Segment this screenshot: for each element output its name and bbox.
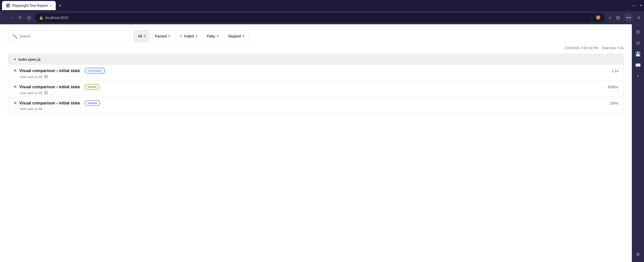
browser-badge-firefox: firefox xyxy=(85,84,100,90)
filter-failed-button[interactable]: ✕ Failed 3 xyxy=(176,31,202,42)
sidebar-icon-settings[interactable]: ⚙ xyxy=(633,250,642,259)
search-input[interactable] xyxy=(20,34,125,38)
filter-failed-label: Failed xyxy=(184,34,194,38)
sidebar-icon-save[interactable]: 💾 xyxy=(633,50,642,59)
nav-right-controls: ☆ ⊟ 👓 ≡ xyxy=(608,13,640,22)
content-area: 🔍 All 3 Passed 0 ✕ Failed 3 xyxy=(0,24,644,262)
new-tab-button[interactable]: + xyxy=(57,3,64,9)
test-meta: todo.spec.js:48 🖼 xyxy=(13,75,618,79)
sidebar-icon-window[interactable]: ⊞ xyxy=(633,27,642,36)
menu-icon[interactable]: ≡ xyxy=(637,15,640,20)
run-date: 1/26/2024, 3:26:10 PM xyxy=(565,46,598,50)
secure-icon: 🔒 xyxy=(39,16,43,20)
suite-header[interactable]: ▼ todo.spec.js xyxy=(8,54,623,64)
test-row-main: ✕ Visual comparison › initial state webk… xyxy=(13,100,618,106)
filter-flaky-button[interactable]: Flaky 0 xyxy=(203,31,223,42)
test-file: todo.spec.js:48 xyxy=(20,107,42,111)
sidebar-icon-tab[interactable]: ⊟ xyxy=(633,38,642,48)
browser-window: 🎭 Playwright Test Report × + — × ‹ › ↻ ⊟… xyxy=(0,0,644,262)
tab-close-button[interactable]: × xyxy=(50,4,52,8)
tab-bar: 🎭 Playwright Test Report × + — × xyxy=(0,0,644,11)
test-fail-icon: ✕ xyxy=(13,68,17,73)
test-row[interactable]: ✕ Visual comparison › initial state fire… xyxy=(8,81,623,97)
filter-passed-count: 0 xyxy=(168,34,170,38)
search-icon: 🔍 xyxy=(12,34,17,39)
filter-skipped-count: 0 xyxy=(242,34,244,38)
close-window-icon[interactable]: × xyxy=(640,3,642,8)
image-icon: 🖼 xyxy=(44,91,48,95)
meta-info: 1/26/2024, 3:26:10 PM Total time: 5.5s xyxy=(8,46,624,50)
star-icon[interactable]: ☆ xyxy=(608,15,612,20)
test-meta: todo.spec.js:48 🖼 xyxy=(13,91,618,95)
failed-x-icon: ✕ xyxy=(180,34,183,38)
nav-bar: ‹ › ↻ ⊟ 🔒 localhost:9323 | 🦁 ☆ ⊟ 👓 ≡ xyxy=(0,11,644,24)
filter-skipped-label: Skipped xyxy=(228,34,241,38)
sidebar-toggle-icon[interactable]: ⊟ xyxy=(616,15,620,20)
filter-flaky-label: Flaky xyxy=(207,34,215,38)
test-duration: 23ms xyxy=(610,101,618,105)
test-title: Visual comparison › initial state xyxy=(19,69,80,73)
page-content: 🔍 All 3 Passed 0 ✕ Failed 3 xyxy=(0,24,632,262)
filter-failed-count: 3 xyxy=(195,34,197,38)
test-duration: 926ms xyxy=(608,85,618,89)
test-row[interactable]: ✕ Visual comparison › initial state chro… xyxy=(8,64,623,81)
tab-controls: — × xyxy=(632,3,642,8)
filter-all-count: 3 xyxy=(144,34,146,38)
test-title: Visual comparison › initial state xyxy=(19,101,80,105)
filter-skipped-button[interactable]: Skipped 0 xyxy=(224,31,248,42)
tab-favicon: 🎭 xyxy=(6,4,10,8)
filter-passed-button[interactable]: Passed 0 xyxy=(151,31,175,42)
test-row-main: ✕ Visual comparison › initial state fire… xyxy=(13,84,618,90)
test-row-main: ✕ Visual comparison › initial state chro… xyxy=(13,68,618,74)
filter-buttons: All 3 Passed 0 ✕ Failed 3 Flaky 0 xyxy=(134,30,249,42)
test-file: todo.spec.js:48 xyxy=(20,91,42,95)
test-fail-icon: ✕ xyxy=(13,101,17,105)
browser-badge-webkit: webkit xyxy=(85,100,100,106)
right-sidebar: ⊞ ⊟ 💾 📖 + ⚙ xyxy=(632,24,644,262)
test-row[interactable]: ✕ Visual comparison › initial state webk… xyxy=(8,97,623,113)
image-icon: 🖼 xyxy=(44,75,48,79)
filter-bar: 🔍 All 3 Passed 0 ✕ Failed 3 xyxy=(8,30,624,42)
suite-container: ▼ todo.spec.js ✕ Visual comparison › ini… xyxy=(8,54,624,113)
profile-button[interactable]: 👓 xyxy=(624,13,633,22)
brave-icon: 🦁 xyxy=(595,15,601,20)
active-tab[interactable]: 🎭 Playwright Test Report × xyxy=(2,1,56,10)
sidebar-icon-add[interactable]: + xyxy=(633,72,642,81)
test-title: Visual comparison › initial state xyxy=(19,85,80,89)
bookmark-button[interactable]: ⊟ xyxy=(26,14,32,21)
total-time-value: 5.5s xyxy=(617,46,624,50)
suite-collapse-icon[interactable]: ▼ xyxy=(13,58,16,61)
search-box[interactable]: 🔍 xyxy=(8,31,130,42)
reload-button[interactable]: ↻ xyxy=(17,14,23,21)
test-duration: 1.1s xyxy=(612,69,618,73)
test-fail-icon: ✕ xyxy=(13,84,17,89)
url-text: localhost:9323 xyxy=(45,16,588,20)
back-button[interactable]: ‹ xyxy=(4,14,8,21)
filter-all-button[interactable]: All 3 xyxy=(134,31,150,42)
test-file: todo.spec.js:48 xyxy=(20,75,42,79)
address-bar[interactable]: 🔒 localhost:9323 | 🦁 xyxy=(35,13,605,22)
filter-passed-label: Passed xyxy=(155,34,167,38)
address-divider: | xyxy=(591,15,592,20)
filter-all-label: All xyxy=(138,34,142,38)
total-time-label: Total time: xyxy=(602,46,617,50)
minimize-icon[interactable]: — xyxy=(632,3,636,8)
tab-title: Playwright Test Report xyxy=(12,4,48,8)
filter-flaky-count: 0 xyxy=(217,34,219,38)
test-meta: todo.spec.js:48 xyxy=(13,107,618,111)
sidebar-icon-book[interactable]: 📖 xyxy=(633,61,642,70)
forward-button[interactable]: › xyxy=(11,14,14,21)
browser-badge-chromium: chromium xyxy=(85,68,105,74)
suite-name: todo.spec.js xyxy=(18,57,41,61)
